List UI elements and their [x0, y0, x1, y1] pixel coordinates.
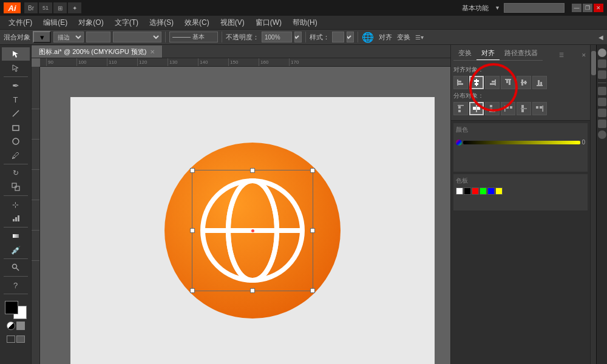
- menu-type[interactable]: 文字(T): [110, 16, 143, 29]
- dist-right-btn[interactable]: [532, 102, 547, 115]
- bridge-btn[interactable]: Br: [24, 2, 38, 13]
- tool-rect[interactable]: [2, 121, 30, 134]
- swatch[interactable]: [464, 187, 471, 195]
- arrange-btn[interactable]: ⊞: [53, 2, 67, 13]
- far-right-icon-7[interactable]: [598, 120, 606, 128]
- align-btn-row-1: [453, 76, 588, 89]
- document-tab[interactable]: 图标.ai* @ 200% (CMYK/GPU 预览) ✕: [32, 46, 163, 58]
- menu-select[interactable]: 选择(S): [144, 16, 178, 29]
- far-right-icon-4[interactable]: [598, 87, 606, 95]
- tool-select[interactable]: [2, 47, 30, 61]
- panel-close-btn[interactable]: ✕: [580, 52, 588, 58]
- reset-colors-btn[interactable]: [16, 322, 25, 330]
- handle-tr[interactable]: [310, 168, 315, 173]
- menu-file[interactable]: 文件(F): [4, 16, 37, 29]
- options-more[interactable]: ☰▾: [415, 34, 424, 41]
- handle-mr[interactable]: [310, 228, 315, 233]
- tool-warp[interactable]: ⊹: [2, 198, 30, 211]
- far-right-icon-1[interactable]: [598, 49, 606, 57]
- options-style-btn[interactable]: ▾: [33, 31, 51, 43]
- menu-effect[interactable]: 效果(C): [180, 16, 214, 29]
- far-right-panel: [596, 45, 607, 364]
- color-wheel-icon[interactable]: [456, 140, 462, 146]
- tool-pen[interactable]: ✒: [2, 79, 30, 92]
- swatch[interactable]: [472, 187, 479, 195]
- panel-arrow[interactable]: ◀: [599, 34, 603, 41]
- full-mode-btn[interactable]: [16, 335, 25, 343]
- search-input[interactable]: [504, 3, 565, 13]
- scroll-thumb[interactable]: [591, 51, 596, 75]
- tab-pathfinder[interactable]: 路径查找器: [500, 47, 543, 60]
- canvas-content: [40, 67, 450, 364]
- dist-bottom-btn[interactable]: [485, 102, 500, 115]
- handle-tl[interactable]: [190, 168, 195, 173]
- stock-btn[interactable]: 51: [39, 2, 52, 13]
- tool-rotate[interactable]: ↻: [2, 166, 30, 180]
- color-slider[interactable]: [463, 141, 580, 144]
- menu-view[interactable]: 视图(V): [215, 16, 249, 29]
- color-swatch-pair[interactable]: [5, 301, 27, 319]
- close-btn[interactable]: ✕: [594, 4, 603, 12]
- stroke-input[interactable]: [86, 32, 110, 42]
- far-right-icon-3[interactable]: [598, 70, 606, 79]
- tab-close-btn[interactable]: ✕: [150, 49, 155, 55]
- tool-zoom[interactable]: [2, 261, 30, 274]
- fill-select[interactable]: [113, 32, 161, 42]
- tool-gradient[interactable]: [2, 229, 30, 243]
- dist-left-btn[interactable]: [501, 102, 515, 115]
- align-left-btn[interactable]: [453, 76, 468, 89]
- titlebar: Ai Br 51 ⊞ ✦ 基本功能 ▼ — ❐ ✕: [0, 0, 607, 16]
- far-right-icon-6[interactable]: [598, 109, 606, 117]
- align-bottom-btn[interactable]: [532, 76, 547, 89]
- svg-rect-47: [521, 109, 524, 112]
- swap-colors-btn[interactable]: [7, 322, 15, 330]
- tool-brush[interactable]: 🖊: [2, 149, 30, 162]
- align-right-btn[interactable]: [485, 76, 500, 89]
- far-right-icon-5[interactable]: [598, 98, 606, 106]
- tool-scale[interactable]: [2, 180, 30, 194]
- swatch[interactable]: [487, 187, 495, 195]
- tab-align[interactable]: 对齐: [476, 47, 500, 60]
- svg-rect-19: [474, 80, 479, 82]
- wand-btn[interactable]: ✦: [68, 2, 81, 13]
- globe-btn[interactable]: 🌐: [362, 32, 374, 43]
- dist-center-v-btn[interactable]: [517, 102, 531, 115]
- minimize-btn[interactable]: —: [572, 4, 582, 12]
- menu-edit[interactable]: 编辑(E): [38, 16, 72, 29]
- swatch[interactable]: [456, 187, 463, 195]
- style-select[interactable]: [347, 32, 354, 42]
- normal-mode-btn[interactable]: [7, 335, 15, 343]
- opacity-input[interactable]: [262, 32, 292, 42]
- tool-eyedropper[interactable]: 💉: [2, 243, 30, 257]
- tool-direct-select[interactable]: [2, 61, 30, 75]
- menu-object[interactable]: 对象(O): [73, 16, 108, 29]
- dist-top-btn[interactable]: [453, 102, 468, 115]
- opacity-select[interactable]: [294, 32, 302, 42]
- dist-center-h-btn[interactable]: [469, 102, 484, 115]
- menu-help[interactable]: 帮助(H): [288, 16, 322, 29]
- handle-bl[interactable]: [190, 288, 195, 293]
- far-right-icon-8[interactable]: [598, 130, 606, 139]
- vruler-mark: 5: [32, 231, 39, 261]
- handle-bm[interactable]: [250, 288, 255, 293]
- tool-question[interactable]: ?: [2, 278, 30, 292]
- tool-graph[interactable]: [2, 212, 30, 225]
- align-center-v-btn[interactable]: [517, 76, 531, 89]
- swatch[interactable]: [480, 187, 487, 195]
- tool-ellipse[interactable]: [2, 135, 30, 148]
- maximize-btn[interactable]: ❐: [583, 4, 592, 12]
- panel-menu-btn[interactable]: ☰: [558, 52, 565, 58]
- tool-type[interactable]: T: [2, 93, 30, 106]
- handle-ml[interactable]: [190, 228, 195, 233]
- tool-line[interactable]: [2, 107, 30, 120]
- stroke-select[interactable]: 描边：: [53, 32, 84, 42]
- handle-br[interactable]: [310, 288, 315, 293]
- far-right-icon-2[interactable]: [598, 59, 606, 68]
- align-top-btn[interactable]: [501, 76, 515, 89]
- menu-window[interactable]: 窗口(W): [251, 16, 287, 29]
- align-center-h-btn[interactable]: [469, 76, 484, 89]
- tab-transform[interactable]: 变换: [453, 47, 476, 60]
- right-scrollbar[interactable]: [590, 45, 596, 364]
- handle-tm[interactable]: [250, 168, 255, 173]
- swatch[interactable]: [495, 187, 503, 195]
